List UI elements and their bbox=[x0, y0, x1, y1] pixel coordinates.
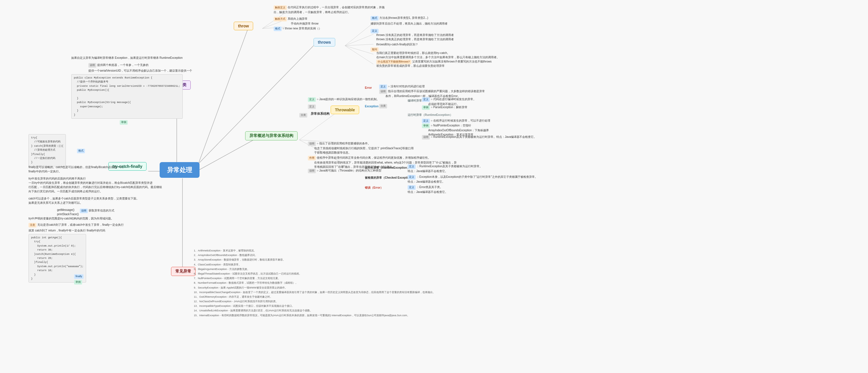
exception-fenlei: 分类 bbox=[379, 104, 388, 109]
svg-line-11 bbox=[345, 44, 373, 46]
yichang-def: 定义○ Java提供的一种识别及响应错误的一致性机制。 bbox=[308, 97, 379, 102]
throw-format-text: 格式○ throw new 异常类的实例（） bbox=[274, 26, 321, 31]
svg-line-9 bbox=[345, 23, 373, 46]
throws-responsible: 谁负责的异常谁造成的异常，那么必须要负责处理异常 bbox=[376, 64, 445, 68]
throws-no-handler1: throws 没有真正的处理异常，而是将异常抛给了方法的调用者 bbox=[376, 33, 454, 37]
error-def2: 定义○ 没有针对性的代码进行处理 bbox=[379, 84, 425, 89]
throws-sub1: 格式方法名(throws异常类型1, 异常类型2...) bbox=[371, 16, 428, 21]
trycatch-always-exec: 注意无论是否catch到了异常，或者catch中发生了异常，finally一定会… bbox=[29, 223, 124, 227]
changjian-node: 常见异常 bbox=[171, 267, 195, 276]
runtime-exc-def: 定义：RuntimeException及其子类都被称为运行时异常。 特点：Jav… bbox=[408, 164, 482, 173]
yunxing-def: 定义○ 在程序运行时候发生的异常，可以不进行处理 bbox=[422, 118, 490, 123]
mind-map: 异常处理 throw 触发定义在代码正常执行的过程中，一旦出现异常，会创建对应的… bbox=[0, 0, 868, 373]
throws-node: throws bbox=[314, 38, 335, 47]
checked-exc-def: 定义：Exception本身，以及Exception的子类中除了"运行时异常"之… bbox=[408, 175, 538, 184]
exception-label: Exception bbox=[365, 104, 378, 109]
error-def: Error bbox=[365, 86, 372, 90]
svg-line-10 bbox=[345, 34, 373, 46]
svg-line-1 bbox=[197, 46, 314, 166]
throws-vs-trycatch: throws和try-catch-finally的区别？ bbox=[376, 42, 418, 47]
error-type-def: 定义：Error类及其子类。 特点：Java编译器不会检查它。 bbox=[408, 185, 448, 194]
trycatch-exception-flow: try中发生异常的代码的后面的代码将不再执行 一旦try中的代码发生异常，将会创… bbox=[29, 176, 162, 194]
throw-trigger-text: 触发方式系统向上抛异常 手动向外抛异常 throw bbox=[274, 17, 318, 26]
trycatch-finally-label: finally bbox=[74, 274, 84, 279]
trycatch-example-label: 举例 bbox=[74, 280, 83, 285]
yunxing-shuo: 说明○ RuntimeException及其子类都被称为运行时异常。特点：Jav… bbox=[422, 135, 536, 140]
svg-line-12 bbox=[345, 46, 373, 54]
bianyi-label: 编译时异常 bbox=[408, 98, 422, 103]
svg-line-0 bbox=[197, 29, 248, 168]
throws-main-context: 在main方法中如果需要调用多个方法，多个方法中如果有异常，那么只有碰上抛给方法… bbox=[376, 55, 499, 59]
bianyi-example: 举例○ ParseException：解析异常 bbox=[422, 105, 467, 110]
yichang-tixi-label: 异常体系结构 bbox=[311, 111, 330, 116]
yichang-gaishu-node: 异常概述与异常体系结构 bbox=[245, 131, 298, 140]
throw-def-text: 触发定义在代码正常执行的过程中，一旦出现异常，会创建对应的异常类的对象，并抛 出… bbox=[274, 5, 384, 14]
trycatch-format-label: 格式 bbox=[77, 148, 86, 153]
yichang-fenlei-label: 定义 bbox=[308, 104, 317, 109]
trycatch-format: try{ //可能发生异常的代码 } catch(异常的类型（)){ //异常的… bbox=[29, 134, 66, 166]
changjian-list: 1、ArithmeticException - 算术运算中，被零除的情况。 2、… bbox=[194, 248, 393, 318]
yichang-tixi: 分类 bbox=[299, 113, 308, 118]
trycatch-finally-note: finally是可以省略的。catch也是可以省略的，但是finally和cat… bbox=[29, 165, 125, 173]
throws-capture: 捕获到异常后自己不处理，将其向上抛出，抛给方法的调用者 bbox=[371, 21, 447, 26]
error-shuo: 说明指示合理的应用程序不应该试图捕获的严重问题，大多数这样的错误都是异常 条件，… bbox=[379, 89, 485, 98]
zidingyi-example: 举例 bbox=[120, 120, 129, 125]
zidingyi-serialuid: 提供一个serialVersionUID，可以不用程序会默认自己添加一个，建议显… bbox=[88, 68, 192, 73]
bianyi-def: 定义○ 代码在进行编译时候发生的异常。 必须处理否则不能运行。 bbox=[422, 97, 476, 106]
checked-exc-label: 被检查的异常（Checked Exception） bbox=[365, 175, 414, 180]
trycatch-multicatch: catch可以是多个，如果多个catch后面异常类型是子父类关系多类型，父类需要… bbox=[29, 196, 139, 205]
throw-node: throw bbox=[234, 22, 253, 30]
throws-when-to-use: 当我们真正需要处理异常时候的话，那么就使用try-catch。 bbox=[376, 51, 450, 55]
svg-line-13 bbox=[345, 46, 373, 64]
center-node: 异常处理 bbox=[160, 162, 199, 178]
runtime-exc-label: 运行时异常（RuntimeException） bbox=[365, 166, 410, 170]
svg-line-5 bbox=[197, 140, 254, 171]
throwable-desc: 说明○ 指出了合理的应用程序想要捕获的条件。 包含了其线程创建时线程执行行栈的快… bbox=[308, 141, 414, 155]
trycatch-finally-exec: 就算 catch到了 return，finally中有一定会执行 finally… bbox=[29, 228, 105, 233]
zidingyi-code: public class MyException extends Runtime… bbox=[71, 74, 183, 119]
zidingyi-rule1: 如果自定义异常为编译时异常继承 Exception，如果是运行时异常继承 Run… bbox=[71, 56, 183, 60]
trycatch-methods: getMessage() printStackTrace() bbox=[57, 208, 79, 216]
throwable-node: Throwable bbox=[331, 106, 359, 114]
trycatch-scope-note: try中声明的变量的范围是try-catch结构内的范围，因为作用域问题。 bbox=[29, 216, 114, 221]
zidingyi-constructor: 说明提供两个构造器，一个有参，一个无参的 bbox=[88, 63, 149, 68]
trycatch-methods-label: 说明获取异常信息的方式 bbox=[80, 208, 114, 213]
error-type-label: 错误（Error） bbox=[365, 185, 383, 190]
yunxing-label: 运行时异常（RuntimeException） bbox=[408, 113, 453, 117]
throws-no-handler2: throws 没有真正的处理异常，而是将异常抛给了方法的调用者 bbox=[376, 37, 454, 41]
